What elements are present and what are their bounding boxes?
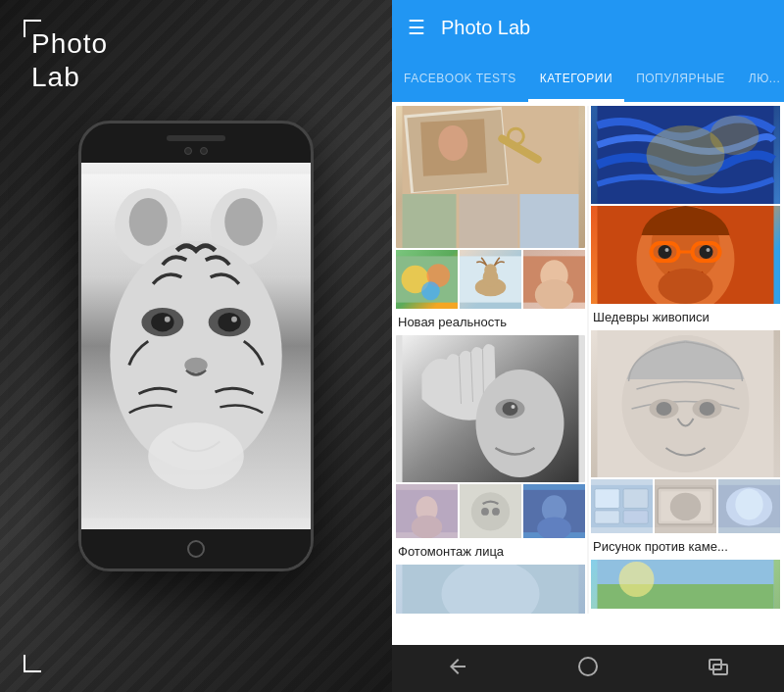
- category-image-collage[interactable]: [396, 106, 585, 248]
- left-panel: Photo Lab: [0, 0, 392, 692]
- small-image-pray[interactable]: [396, 484, 458, 538]
- tab-categories[interactable]: КАТЕГОРИИ: [528, 55, 624, 102]
- svg-rect-23: [520, 194, 579, 248]
- category-label-paintings: Шедевры живописи: [591, 306, 780, 326]
- svg-point-9: [218, 313, 240, 332]
- svg-point-27: [421, 281, 440, 300]
- face-montage-small-row: [396, 484, 585, 538]
- phone-power-button: [78, 231, 80, 271]
- small-image-blue[interactable]: [523, 484, 585, 538]
- bottom-nav: [392, 645, 784, 692]
- svg-point-86: [735, 489, 762, 520]
- left-category-col: Новая реальность: [396, 106, 585, 614]
- right-category-col: Шедевры живописи: [591, 106, 780, 614]
- category-image-face-montage[interactable]: [396, 335, 585, 482]
- category-image-painting-blue[interactable]: [591, 106, 780, 204]
- category-image-sketch[interactable]: [591, 330, 780, 477]
- small-image-frames3[interactable]: [718, 479, 780, 533]
- svg-point-64: [659, 245, 672, 259]
- svg-point-90: [579, 658, 597, 675]
- svg-point-42: [512, 405, 515, 409]
- app-header: ☰ Photo Lab: [392, 0, 784, 55]
- svg-rect-79: [623, 511, 648, 523]
- svg-rect-77: [623, 489, 648, 509]
- phone-speaker: [167, 135, 225, 141]
- home-button[interactable]: [576, 655, 600, 683]
- svg-point-74: [700, 402, 715, 416]
- svg-point-67: [707, 248, 710, 252]
- svg-point-39: [476, 370, 564, 477]
- category-image-landscape-partial[interactable]: [591, 560, 780, 609]
- small-image-frames1[interactable]: [591, 479, 653, 533]
- svg-rect-78: [595, 511, 619, 523]
- svg-point-48: [481, 508, 489, 516]
- svg-point-89: [619, 562, 655, 597]
- svg-point-68: [659, 269, 713, 304]
- bracket-bottom-left: [24, 655, 41, 672]
- phone-mockup: [78, 121, 314, 571]
- svg-point-45: [412, 516, 443, 538]
- svg-point-3: [129, 198, 168, 246]
- category-label-face-montage: Фотомонтаж лица: [396, 540, 585, 561]
- svg-point-12: [184, 358, 207, 373]
- tab-popular[interactable]: ПОПУЛЯРНЫЕ: [624, 55, 737, 102]
- recents-button[interactable]: [707, 655, 730, 683]
- svg-point-8: [151, 313, 173, 332]
- svg-rect-22: [460, 194, 518, 248]
- small-image-frames2[interactable]: [655, 479, 716, 533]
- svg-point-13: [148, 422, 244, 489]
- tab-more[interactable]: ЛЮ...: [737, 55, 784, 102]
- phone-camera-left: [184, 147, 192, 155]
- tab-bar: FACEBOOK TESTS КАТЕГОРИИ ПОПУЛЯРНЫЕ ЛЮ..…: [392, 55, 784, 102]
- svg-point-83: [670, 493, 702, 520]
- small-image-tiger-small[interactable]: [460, 484, 521, 538]
- svg-rect-21: [403, 194, 457, 248]
- svg-point-11: [231, 317, 237, 322]
- svg-point-65: [700, 245, 713, 259]
- content-area[interactable]: Новая реальность: [392, 102, 784, 645]
- svg-point-54: [442, 565, 540, 614]
- category-label-new-reality: Новая реальность: [396, 311, 585, 331]
- svg-point-73: [657, 402, 672, 416]
- svg-point-49: [492, 508, 500, 516]
- phone-screen: [81, 163, 311, 529]
- category-small-images-row: [396, 250, 585, 309]
- phone-home-button: [187, 540, 205, 558]
- svg-point-10: [165, 317, 171, 322]
- svg-point-41: [503, 402, 518, 416]
- category-image-partial[interactable]: [396, 565, 585, 614]
- back-button[interactable]: [446, 655, 469, 683]
- phone-cameras: [184, 147, 208, 155]
- svg-point-47: [471, 492, 510, 530]
- hamburger-icon[interactable]: ☰: [408, 16, 425, 39]
- column-separator: [587, 106, 589, 614]
- small-image-portrait[interactable]: [523, 250, 585, 309]
- category-image-painting-orange[interactable]: [591, 206, 780, 304]
- sketch-small-row: [591, 479, 780, 533]
- small-image-colorful[interactable]: [396, 250, 458, 309]
- svg-point-4: [224, 198, 263, 246]
- category-grid: Новая реальность: [392, 102, 784, 614]
- category-label-sketch: Рисунок против каме...: [591, 535, 780, 556]
- svg-rect-76: [595, 489, 619, 509]
- phone-camera-right: [200, 147, 208, 155]
- app-logo: Photo Lab: [31, 27, 108, 93]
- svg-point-57: [710, 116, 760, 155]
- tiger-composite-image: [81, 163, 311, 529]
- tab-facebook-tests[interactable]: FACEBOOK TESTS: [392, 55, 528, 102]
- app-header-title: Photo Lab: [441, 17, 530, 39]
- svg-point-66: [665, 248, 669, 252]
- phone-volume-down: [312, 247, 314, 274]
- right-panel: ☰ Photo Lab FACEBOOK TESTS КАТЕГОРИИ ПОП…: [392, 0, 784, 692]
- phone-home-bar: [81, 529, 311, 568]
- phone-volume-up: [312, 212, 314, 239]
- small-image-deer[interactable]: [460, 250, 521, 309]
